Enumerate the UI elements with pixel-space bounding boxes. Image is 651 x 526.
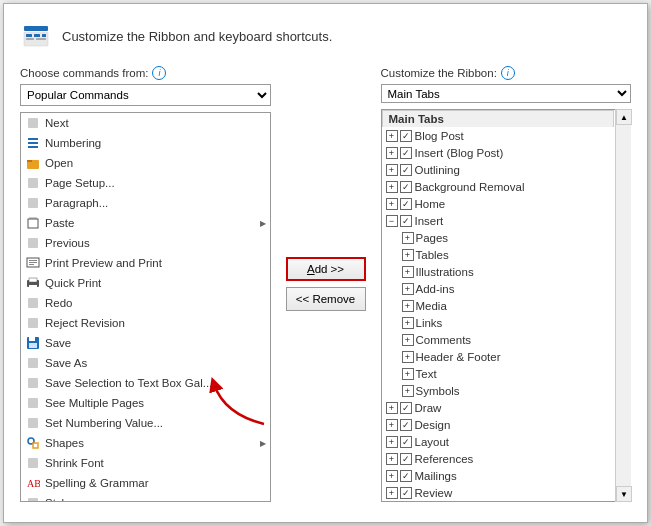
- svg-rect-2: [26, 34, 32, 37]
- svg-rect-14: [28, 198, 38, 208]
- tree-item[interactable]: +Media: [382, 297, 615, 314]
- left-list[interactable]: NextNumberingOpenPage Setup...Paragraph.…: [20, 112, 271, 502]
- expand-icon[interactable]: −: [386, 215, 398, 227]
- tree-item[interactable]: +Comments: [382, 331, 615, 348]
- tree-item-label: Text: [416, 368, 437, 380]
- tree-item[interactable]: +✓Layout: [382, 433, 615, 450]
- tree-item[interactable]: +Symbols: [382, 382, 615, 399]
- expand-icon[interactable]: +: [386, 453, 398, 465]
- list-item[interactable]: Reject Revision: [21, 313, 270, 333]
- tree-item[interactable]: +Add-ins: [382, 280, 615, 297]
- remove-button-label: << Remove: [296, 293, 355, 305]
- expand-icon[interactable]: +: [402, 368, 414, 380]
- list-item[interactable]: Shrink Font: [21, 453, 270, 473]
- rejectrev-icon: [25, 315, 41, 331]
- list-item-label: Previous: [45, 237, 90, 249]
- expand-icon[interactable]: +: [386, 147, 398, 159]
- tree-checkbox[interactable]: ✓: [400, 198, 412, 210]
- tree-checkbox[interactable]: ✓: [400, 164, 412, 176]
- tree-item[interactable]: +✓References: [382, 450, 615, 467]
- expand-icon[interactable]: +: [386, 198, 398, 210]
- tree-checkbox[interactable]: ✓: [400, 419, 412, 431]
- expand-icon[interactable]: +: [402, 249, 414, 261]
- tree-item[interactable]: +Text: [382, 365, 615, 382]
- expand-icon[interactable]: +: [386, 470, 398, 482]
- expand-icon[interactable]: +: [402, 283, 414, 295]
- list-item[interactable]: Redo: [21, 293, 270, 313]
- tree-checkbox[interactable]: ✓: [400, 470, 412, 482]
- tree-item[interactable]: +Links: [382, 314, 615, 331]
- list-item[interactable]: Shapes▶: [21, 433, 270, 453]
- list-item[interactable]: Paragraph...: [21, 193, 270, 213]
- list-item[interactable]: Quick Print: [21, 273, 270, 293]
- tree-checkbox[interactable]: ✓: [400, 487, 412, 499]
- right-dropdown[interactable]: Main Tabs: [381, 84, 632, 103]
- expand-icon[interactable]: +: [402, 351, 414, 363]
- dialog-title: Customize the Ribbon and keyboard shortc…: [62, 29, 332, 44]
- tree-item[interactable]: +✓Draw: [382, 399, 615, 416]
- expand-icon[interactable]: +: [386, 130, 398, 142]
- tree-item[interactable]: +✓Design: [382, 416, 615, 433]
- expand-icon[interactable]: +: [386, 419, 398, 431]
- tree-checkbox[interactable]: ✓: [400, 402, 412, 414]
- list-item[interactable]: Set Numbering Value...: [21, 413, 270, 433]
- left-dropdown[interactable]: Popular Commands: [20, 84, 271, 106]
- list-item[interactable]: Print Preview and Print: [21, 253, 270, 273]
- tree-item[interactable]: +✓Mailings: [382, 467, 615, 484]
- svg-rect-19: [29, 260, 37, 261]
- tree-checkbox[interactable]: ✓: [400, 453, 412, 465]
- tree-checkbox[interactable]: ✓: [400, 436, 412, 448]
- right-info-icon[interactable]: i: [501, 66, 515, 80]
- expand-icon[interactable]: +: [402, 317, 414, 329]
- right-list[interactable]: Main Tabs+✓Blog Post+✓Insert (Blog Post)…: [381, 109, 632, 502]
- list-item-label: Next: [45, 117, 69, 129]
- remove-button[interactable]: << Remove: [286, 287, 366, 311]
- list-item[interactable]: ABCSpelling & Grammar: [21, 473, 270, 493]
- list-item[interactable]: Style: [21, 493, 270, 502]
- list-item[interactable]: Numbering: [21, 133, 270, 153]
- list-item[interactable]: Open: [21, 153, 270, 173]
- list-item[interactable]: Save Selection to Text Box Gal...: [21, 373, 270, 393]
- expand-icon[interactable]: +: [402, 232, 414, 244]
- expand-icon[interactable]: +: [402, 266, 414, 278]
- tree-checkbox[interactable]: ✓: [400, 215, 412, 227]
- tree-item-label: Layout: [415, 436, 450, 448]
- list-item[interactable]: Save As: [21, 353, 270, 373]
- scroll-down-button[interactable]: ▼: [616, 486, 632, 502]
- tree-item[interactable]: +✓Home: [382, 195, 615, 212]
- tree-item[interactable]: +Header & Footer: [382, 348, 615, 365]
- expand-icon[interactable]: +: [386, 181, 398, 193]
- expand-icon[interactable]: +: [402, 300, 414, 312]
- list-item[interactable]: Save: [21, 333, 270, 353]
- scroll-up-button[interactable]: ▲: [616, 109, 632, 125]
- tree-checkbox[interactable]: ✓: [400, 181, 412, 193]
- list-item[interactable]: Previous: [21, 233, 270, 253]
- tree-item[interactable]: +Tables: [382, 246, 615, 263]
- tree-item[interactable]: +✓Review: [382, 484, 615, 501]
- tree-item[interactable]: +✓Outlining: [382, 161, 615, 178]
- expand-icon[interactable]: +: [386, 487, 398, 499]
- left-panel: Choose commands from: i Popular Commands…: [20, 66, 271, 502]
- tree-item-label: Tables: [416, 249, 449, 261]
- tree-item[interactable]: +Illustrations: [382, 263, 615, 280]
- expand-icon[interactable]: +: [402, 385, 414, 397]
- tree-item[interactable]: +Pages: [382, 229, 615, 246]
- tree-item[interactable]: −✓Insert: [382, 212, 615, 229]
- tree-item[interactable]: +✓Insert (Blog Post): [382, 144, 615, 161]
- expand-icon[interactable]: +: [386, 164, 398, 176]
- tree-checkbox[interactable]: ✓: [400, 147, 412, 159]
- list-item[interactable]: Next: [21, 113, 270, 133]
- tree-checkbox[interactable]: ✓: [400, 130, 412, 142]
- tree-item[interactable]: +✓Blog Post: [382, 127, 615, 144]
- tree-item[interactable]: +✓Background Removal: [382, 178, 615, 195]
- list-item[interactable]: See Multiple Pages: [21, 393, 270, 413]
- list-item[interactable]: Page Setup...: [21, 173, 270, 193]
- left-info-icon[interactable]: i: [152, 66, 166, 80]
- expand-icon[interactable]: +: [386, 402, 398, 414]
- list-item[interactable]: Paste▶: [21, 213, 270, 233]
- expand-icon[interactable]: +: [386, 436, 398, 448]
- numbering-icon: [25, 135, 41, 151]
- pagesetup-icon: [25, 175, 41, 191]
- expand-icon[interactable]: +: [402, 334, 414, 346]
- add-button[interactable]: Add >>: [286, 257, 366, 281]
